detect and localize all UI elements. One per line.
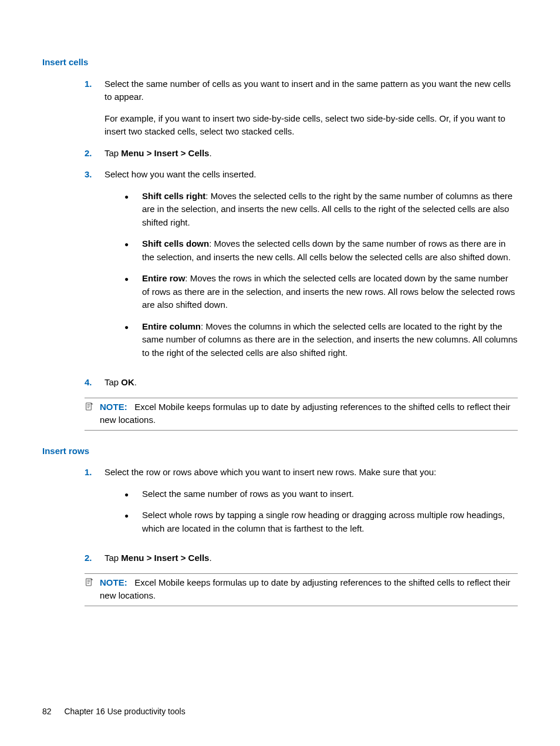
step-body: Tap OK.	[104, 376, 518, 389]
bullet-icon: ●	[124, 272, 142, 312]
svg-rect-1	[86, 579, 92, 586]
step-body: Select how you want the cells inserted. …	[104, 168, 518, 368]
step-text: Select the row or rows above which you w…	[104, 466, 518, 479]
note-label: NOTE:	[100, 402, 127, 412]
note-block: NOTE: Excel Mobile keeps formulas up to …	[85, 573, 518, 606]
option-text: Shift cells down: Moves the selected cel…	[142, 237, 518, 264]
section-heading-insert-cells: Insert cells	[42, 56, 518, 69]
step-body: Select the same number of cells as you w…	[104, 78, 518, 139]
note-icon	[85, 577, 96, 591]
insert-cells-steps: 1. Select the same number of cells as yo…	[85, 78, 518, 389]
option-entire-column: ● Entire column: Moves the columns in wh…	[124, 320, 518, 360]
chapter-label: Chapter 16 Use productivity tools	[64, 707, 185, 716]
step-number: 2.	[85, 552, 104, 565]
option-text: Entire column: Moves the columns in whic…	[142, 320, 518, 360]
step-text: Select the same number of cells as you w…	[104, 78, 518, 104]
note-icon	[85, 402, 96, 415]
bullet-icon: ●	[124, 190, 142, 230]
option-shift-down: ● Shift cells down: Moves the selected c…	[124, 237, 518, 264]
step-3: 3. Select how you want the cells inserte…	[85, 168, 518, 368]
note-body: Excel Mobile keeps formulas up to date b…	[100, 402, 511, 425]
bullet-icon: ●	[124, 488, 142, 501]
option-text: Shift cells right: Moves the selected ce…	[142, 190, 518, 230]
step-number: 3.	[85, 168, 104, 368]
step-text: Tap OK.	[104, 376, 518, 389]
svg-rect-0	[86, 403, 92, 410]
list-item-text: Select whole rows by tapping a single ro…	[142, 509, 518, 535]
step-2: 2. Tap Menu > Insert > Cells.	[85, 552, 518, 565]
sub-list: ● Select the same number of rows as you …	[124, 488, 518, 536]
option-shift-right: ● Shift cells right: Moves the selected …	[124, 190, 518, 230]
step-body: Tap Menu > Insert > Cells.	[104, 552, 518, 565]
insert-rows-steps: 1. Select the row or rows above which yo…	[85, 466, 518, 565]
step-body: Tap Menu > Insert > Cells.	[104, 147, 518, 160]
step-4: 4. Tap OK.	[85, 376, 518, 389]
step-1: 1. Select the same number of cells as yo…	[85, 78, 518, 139]
step-text: Select how you want the cells inserted.	[104, 168, 518, 182]
note-body: Excel Mobile keeps formulas up to date b…	[100, 577, 511, 601]
page: Insert cells 1. Select the same number o…	[0, 0, 560, 746]
option-entire-row: ● Entire row: Moves the rows in which th…	[124, 272, 518, 312]
step-text: Tap Menu > Insert > Cells.	[104, 552, 518, 565]
list-item: ● Select the same number of rows as you …	[124, 488, 518, 501]
option-text: Entire row: Moves the rows in which the …	[142, 272, 518, 312]
bullet-icon: ●	[124, 237, 142, 264]
bullet-icon: ●	[124, 320, 142, 360]
bullet-icon: ●	[124, 509, 142, 535]
step-number: 2.	[85, 147, 104, 160]
list-item: ● Select whole rows by tapping a single …	[124, 509, 518, 535]
page-number: 82	[42, 707, 52, 716]
step-text: Tap Menu > Insert > Cells.	[104, 147, 518, 160]
note-text: NOTE: Excel Mobile keeps formulas up to …	[100, 576, 518, 603]
list-item-text: Select the same number of rows as you wa…	[142, 488, 518, 501]
note-block: NOTE: Excel Mobile keeps formulas up to …	[85, 398, 518, 431]
options-list: ● Shift cells right: Moves the selected …	[124, 190, 518, 360]
step-2: 2. Tap Menu > Insert > Cells.	[85, 147, 518, 160]
section-heading-insert-rows: Insert rows	[42, 445, 518, 458]
note-label: NOTE:	[100, 577, 127, 587]
step-number: 1.	[85, 78, 104, 139]
step-number: 1.	[85, 466, 104, 543]
step-body: Select the row or rows above which you w…	[104, 466, 518, 543]
page-footer: 82 Chapter 16 Use productivity tools	[42, 705, 518, 718]
note-text: NOTE: Excel Mobile keeps formulas up to …	[100, 401, 518, 427]
step-1: 1. Select the row or rows above which yo…	[85, 466, 518, 543]
step-text: For example, if you want to insert two s…	[104, 112, 518, 139]
step-number: 4.	[85, 376, 104, 389]
